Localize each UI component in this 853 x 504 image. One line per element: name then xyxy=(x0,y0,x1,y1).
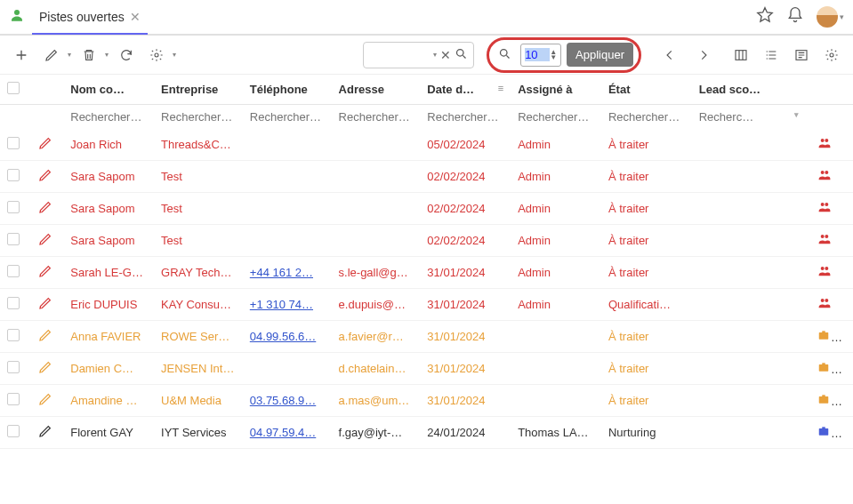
cell-company[interactable]: JENSEN Int… xyxy=(154,353,243,385)
people-icon[interactable] xyxy=(817,170,833,184)
cell-address[interactable]: f.gay@iyt-… xyxy=(332,417,421,449)
delete-dropdown-icon[interactable]: ▾ xyxy=(105,51,109,59)
col-header-phone[interactable]: Téléphone xyxy=(243,75,332,105)
pencil-icon[interactable] xyxy=(38,168,52,185)
cell-address[interactable]: a.mas@um… xyxy=(332,385,421,417)
search-date[interactable] xyxy=(427,110,503,124)
row-checkbox[interactable] xyxy=(7,329,20,341)
cell-company[interactable]: IYT Services xyxy=(154,417,243,449)
settings-gear-button[interactable] xyxy=(144,43,169,68)
tab-pistes-ouvertes[interactable]: Pistes ouvertes ✕ xyxy=(32,1,148,35)
row-checkbox[interactable] xyxy=(7,169,20,181)
config-gear-icon[interactable] xyxy=(819,43,844,68)
cell-address[interactable] xyxy=(332,193,421,225)
cell-name[interactable]: Amandine … xyxy=(63,385,154,417)
table-row[interactable]: Sara Sapom Test 02/02/2024 Admin À trait… xyxy=(0,161,853,193)
user-avatar[interactable]: ▾ xyxy=(817,6,844,28)
cell-name[interactable]: Sara Sapom xyxy=(63,225,154,257)
people-icon[interactable] xyxy=(817,138,833,152)
cell-phone[interactable]: +44 161 2… xyxy=(243,257,332,289)
column-layout-icon[interactable] xyxy=(728,43,753,68)
col-header-date[interactable]: Date d…≡ xyxy=(420,75,511,105)
cell-phone[interactable] xyxy=(243,353,332,385)
table-row[interactable]: Eric DUPUIS KAY Consu… +1 310 74… e.dupu… xyxy=(0,289,853,321)
table-row[interactable]: Damien C… JENSEN Int… d.chatelain… 31/01… xyxy=(0,353,853,385)
cell-phone[interactable] xyxy=(243,161,332,193)
cell-phone[interactable]: +1 310 74… xyxy=(243,289,332,321)
col-header-name[interactable]: Nom co… xyxy=(63,75,154,105)
page-size-stepper[interactable]: ▲▼ xyxy=(550,50,557,60)
row-checkbox[interactable] xyxy=(7,265,20,277)
briefcase-icon[interactable] xyxy=(817,426,831,440)
cell-address[interactable]: e.dupuis@… xyxy=(332,289,421,321)
table-row[interactable]: Anna FAVIER ROWE Serv… 04.99.56.6… a.fav… xyxy=(0,321,853,353)
row-checkbox[interactable] xyxy=(7,137,20,149)
pencil-icon[interactable] xyxy=(38,328,52,345)
search-assigned[interactable] xyxy=(518,110,594,124)
pencil-icon[interactable] xyxy=(38,232,52,249)
page-size-input[interactable] xyxy=(525,48,550,61)
col-header-status[interactable]: État xyxy=(601,75,692,105)
cell-company[interactable]: U&M Media xyxy=(154,385,243,417)
table-row[interactable]: Florent GAY IYT Services 04.97.59.4… f.g… xyxy=(0,417,853,449)
settings-dropdown-icon[interactable]: ▾ xyxy=(173,51,176,59)
search-icon[interactable] xyxy=(455,47,468,63)
cell-name[interactable]: Florent GAY xyxy=(63,417,154,449)
cell-name[interactable]: Eric DUPUIS xyxy=(63,289,154,321)
filter-input[interactable] xyxy=(369,48,431,61)
search-company[interactable] xyxy=(161,110,236,124)
edit-button[interactable] xyxy=(39,43,64,68)
search-phone[interactable] xyxy=(250,110,325,124)
apply-button[interactable]: Appliquer xyxy=(567,43,633,67)
pencil-icon[interactable] xyxy=(38,424,52,441)
cell-name[interactable]: Damien C… xyxy=(63,353,154,385)
cell-phone[interactable]: 04.99.56.6… xyxy=(243,321,332,353)
cell-name[interactable]: Sara Sapom xyxy=(63,193,154,225)
briefcase-icon[interactable] xyxy=(817,330,831,344)
edit-dropdown-icon[interactable]: ▾ xyxy=(68,51,71,59)
pencil-icon[interactable] xyxy=(38,392,52,409)
table-row[interactable]: Sarah LE-G… GRAY Tech… +44 161 2… s.le-g… xyxy=(0,257,853,289)
search-status[interactable] xyxy=(608,110,685,124)
select-all-checkbox[interactable] xyxy=(7,82,20,94)
cell-name[interactable]: Sarah LE-G… xyxy=(63,257,154,289)
table-row[interactable]: Joan Rich Threads&C… 05/02/2024 Admin À … xyxy=(0,129,853,161)
row-checkbox[interactable] xyxy=(7,297,20,309)
cell-name[interactable]: Joan Rich xyxy=(63,129,154,161)
row-checkbox[interactable] xyxy=(7,361,20,373)
pencil-icon[interactable] xyxy=(38,264,52,281)
search-icon[interactable] xyxy=(498,47,511,63)
clear-filter-icon[interactable]: ✕ xyxy=(440,48,451,62)
people-icon[interactable] xyxy=(817,266,833,280)
cell-company[interactable]: ROWE Serv… xyxy=(154,321,243,353)
cell-address[interactable]: s.le-gall@g… xyxy=(332,257,421,289)
search-name[interactable] xyxy=(70,110,147,124)
list-view-icon[interactable] xyxy=(759,43,784,68)
pencil-icon[interactable] xyxy=(38,360,52,377)
close-icon[interactable]: ✕ xyxy=(130,10,141,24)
prev-page-button[interactable] xyxy=(657,43,682,68)
detail-view-icon[interactable] xyxy=(789,43,814,68)
add-button[interactable] xyxy=(9,43,34,68)
bell-icon[interactable] xyxy=(786,6,804,28)
cell-phone[interactable] xyxy=(243,193,332,225)
cell-company[interactable]: Test xyxy=(154,161,243,193)
col-header-score[interactable]: Lead sco… xyxy=(692,75,809,105)
col-header-company[interactable]: Entreprise xyxy=(154,75,243,105)
cell-name[interactable]: Sara Sapom xyxy=(63,161,154,193)
cell-address[interactable] xyxy=(332,161,421,193)
row-checkbox[interactable] xyxy=(7,233,20,245)
briefcase-icon[interactable] xyxy=(817,394,831,408)
cell-company[interactable]: Test xyxy=(154,193,243,225)
row-checkbox[interactable] xyxy=(7,425,20,437)
cell-company[interactable]: Test xyxy=(154,225,243,257)
row-checkbox[interactable] xyxy=(7,201,20,213)
people-icon[interactable] xyxy=(817,298,833,312)
cell-phone[interactable] xyxy=(243,129,332,161)
refresh-button[interactable] xyxy=(114,43,139,68)
cell-address[interactable] xyxy=(332,225,421,257)
star-icon[interactable] xyxy=(756,6,774,28)
row-checkbox[interactable] xyxy=(7,393,20,405)
briefcase-icon[interactable] xyxy=(817,362,831,376)
cell-phone[interactable] xyxy=(243,225,332,257)
